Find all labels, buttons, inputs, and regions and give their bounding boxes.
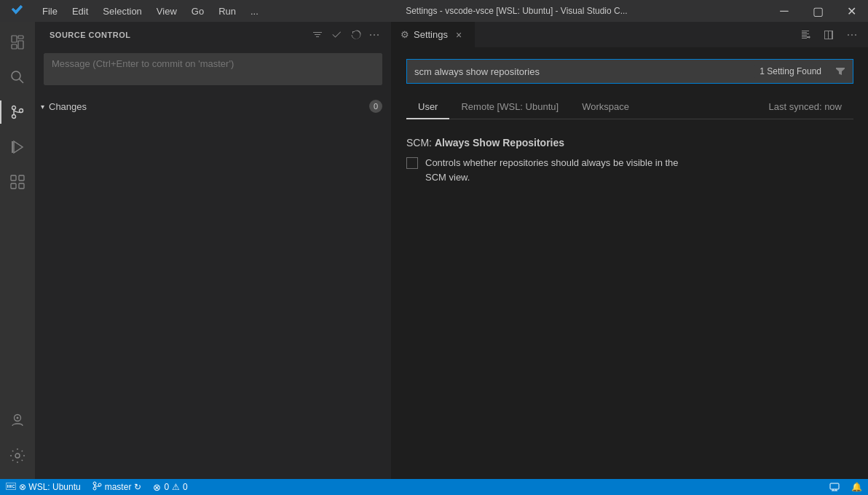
settings-search-wrapper: scm always show repositories 1 Setting F…	[406, 59, 853, 84]
warnings-icon: ⚠	[172, 482, 180, 492]
svg-point-19	[93, 482, 96, 485]
activity-bottom	[0, 403, 35, 479]
svg-rect-15	[19, 183, 24, 189]
svg-point-20	[93, 487, 96, 490]
app-logo	[0, 0, 35, 22]
setting-desc-line1: Controls whether repositories should alw…	[425, 157, 679, 168]
status-left: ⊗ WSL: Ubuntu master ↻ ⊗ 0 ⚠ 0	[0, 479, 194, 495]
chevron-down-icon: ▾	[41, 103, 44, 111]
main-layout: SOURCE CONTROL	[0, 22, 868, 479]
sidebar: SOURCE CONTROL	[35, 22, 392, 479]
menu-go[interactable]: Go	[184, 0, 211, 22]
close-button[interactable]: ✕	[835, 0, 868, 22]
svg-rect-2	[18, 41, 23, 49]
settings-filter-icon[interactable]	[832, 63, 849, 80]
commit-input-area	[35, 47, 391, 93]
split-editor-icon[interactable]	[818, 25, 839, 45]
remote-icon	[829, 481, 840, 494]
settings-tab-gear-icon: ⚙	[401, 29, 409, 40]
svg-point-4	[12, 71, 20, 80]
svg-rect-12	[11, 175, 16, 181]
tab-remote-wsl[interactable]: Remote [WSL: Ubuntu]	[449, 95, 570, 119]
changes-label: Changes	[49, 101, 87, 112]
menu-more[interactable]: ...	[243, 0, 266, 22]
settings-tab-close[interactable]: ×	[452, 28, 465, 41]
svg-point-21	[98, 483, 101, 486]
settings-found-badge: 1 Setting Found	[754, 65, 827, 78]
settings-tab-label: Settings	[414, 29, 448, 40]
setting-description: Controls whether repositories should alw…	[425, 156, 679, 184]
changes-section: ▾ Changes 0	[35, 93, 391, 119]
setting-desc-line2: SCM view.	[425, 172, 470, 183]
activity-run[interactable]	[0, 130, 35, 165]
settings-tab[interactable]: ⚙ Settings ×	[392, 22, 475, 47]
settings-search-bar: scm always show repositories 1 Setting F…	[406, 59, 853, 84]
setting-item-scm-always-show: SCM: Always Show Repositories Controls w…	[406, 137, 853, 184]
activity-source-control[interactable]	[0, 95, 35, 130]
menu-file[interactable]: File	[35, 0, 65, 22]
commit-message-input[interactable]	[44, 53, 382, 85]
tab-user[interactable]: User	[406, 95, 449, 119]
bell-icon: 🔔	[851, 482, 862, 492]
menu-view[interactable]: View	[149, 0, 184, 22]
svg-rect-13	[19, 175, 24, 181]
activity-search[interactable]	[0, 60, 35, 95]
activity-extensions[interactable]	[0, 165, 35, 199]
setting-title-prefix: SCM:	[406, 137, 435, 148]
svg-rect-14	[11, 183, 16, 189]
activity-settings[interactable]	[0, 438, 35, 473]
last-synced-label: Last synced: now	[757, 95, 853, 119]
sync-icon: ↻	[134, 482, 141, 492]
svg-rect-3	[12, 44, 17, 49]
menu-edit[interactable]: Edit	[65, 0, 95, 22]
changes-count-badge: 0	[369, 100, 382, 113]
status-bar: ⊗ WSL: Ubuntu master ↻ ⊗ 0 ⚠ 0	[0, 479, 868, 495]
errors-count: 0	[164, 482, 169, 492]
tab-bar: ⚙ Settings ×	[392, 22, 868, 47]
window-controls: ─ ▢ ✕	[768, 0, 868, 22]
window-title: Settings - vscode-vsce [WSL: Ubuntu] - V…	[266, 6, 768, 16]
editor-area: ⚙ Settings ×	[392, 22, 868, 479]
svg-point-6	[12, 106, 16, 110]
tab-bar-actions	[795, 22, 868, 47]
activity-bar	[0, 22, 35, 479]
titlebar: File Edit Selection View Go Run ... Sett…	[0, 0, 868, 22]
activity-remote-explorer[interactable]	[0, 403, 35, 438]
svg-point-18	[15, 454, 20, 458]
status-errors[interactable]: ⊗ 0 ⚠ 0	[147, 479, 193, 495]
settings-content: scm always show repositories 1 Setting F…	[392, 47, 868, 479]
tab-workspace[interactable]: Workspace	[570, 95, 641, 119]
status-right: 🔔	[824, 479, 868, 495]
wsl-label: ⊗ WSL: Ubuntu	[19, 482, 81, 492]
svg-point-17	[17, 417, 19, 419]
warnings-count: 0	[183, 482, 188, 492]
status-notifications[interactable]: 🔔	[845, 479, 868, 495]
menu-run[interactable]: Run	[211, 0, 243, 22]
sidebar-title: SOURCE CONTROL	[50, 31, 131, 39]
svg-line-5	[20, 79, 24, 84]
scm-commit-button[interactable]	[328, 27, 344, 43]
branch-icon	[92, 481, 102, 493]
wsl-icon	[6, 481, 16, 494]
setting-checkbox[interactable]	[406, 157, 418, 169]
svg-rect-0	[12, 36, 17, 42]
more-actions-icon[interactable]	[842, 25, 862, 45]
minimize-button[interactable]: ─	[768, 0, 801, 22]
scm-more-button[interactable]	[366, 27, 382, 43]
errors-icon: ⊗	[153, 482, 161, 493]
changes-left: ▾ Changes	[41, 101, 87, 112]
status-branch[interactable]: master ↻	[87, 479, 148, 495]
setting-title-name: Always Show Repositories	[435, 137, 564, 148]
activity-explorer[interactable]	[0, 25, 35, 60]
sidebar-actions	[309, 27, 382, 43]
scm-commit-staged-button[interactable]	[309, 27, 326, 43]
changes-header[interactable]: ▾ Changes 0	[35, 96, 391, 116]
status-wsl[interactable]: ⊗ WSL: Ubuntu	[0, 479, 87, 495]
scm-refresh-button[interactable]	[347, 27, 363, 43]
sidebar-header: SOURCE CONTROL	[35, 22, 391, 47]
status-remote[interactable]	[824, 479, 845, 495]
open-in-editor-icon[interactable]	[795, 25, 816, 45]
svg-rect-1	[18, 36, 23, 39]
maximize-button[interactable]: ▢	[801, 0, 835, 22]
menu-selection[interactable]: Selection	[95, 0, 149, 22]
